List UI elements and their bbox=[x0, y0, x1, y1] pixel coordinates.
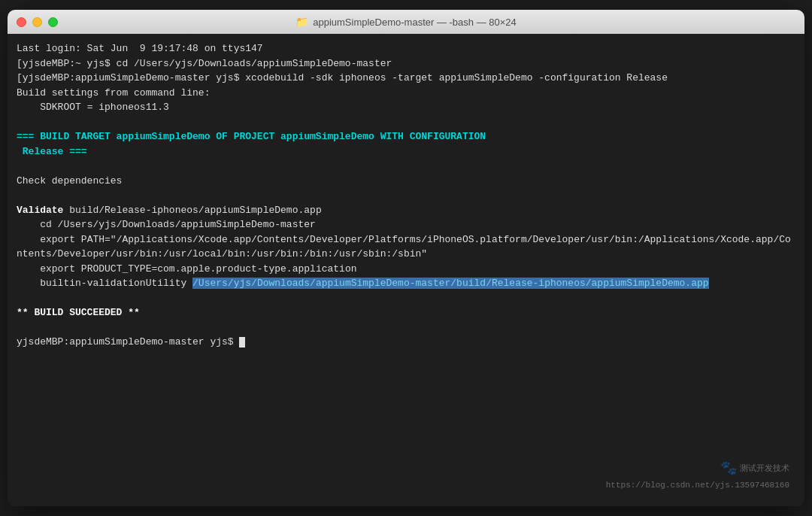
builtin-path: /Users/yjs/Downloads/appiumSimpleDemo-ma… bbox=[192, 278, 709, 289]
line-11 bbox=[17, 188, 795, 203]
line-16: builtin-validationUtility /Users/yjs/Dow… bbox=[17, 276, 795, 291]
close-button[interactable] bbox=[17, 17, 26, 27]
line-14: export PATH="/Applications/Xcode.app/Con… bbox=[17, 232, 795, 262]
line-17 bbox=[17, 291, 795, 306]
validate-keyword: Validate bbox=[17, 205, 63, 216]
line-8: Release === bbox=[17, 144, 795, 159]
line-20: yjsdeMBP:appiumSimpleDemo-master yjs$ bbox=[17, 335, 795, 350]
watermark: 🐾 测试开发技术 https://blog.csdn.net/yjs.13597… bbox=[606, 459, 789, 492]
terminal-window: 📁 appiumSimpleDemo-master — -bash — 80×2… bbox=[8, 10, 804, 506]
line-19 bbox=[17, 320, 795, 335]
line-15: export PRODUCT_TYPE=com.apple.product-ty… bbox=[17, 262, 795, 277]
titlebar: 📁 appiumSimpleDemo-master — -bash — 80×2… bbox=[8, 10, 804, 34]
line-2: [yjsdeMBP:~ yjs$ cd /Users/yjs/Downloads… bbox=[17, 56, 795, 71]
folder-icon: 📁 bbox=[295, 16, 308, 28]
builtin-prefix: builtin-validationUtility bbox=[17, 278, 192, 289]
line-10: Check dependencies bbox=[17, 174, 795, 189]
cursor bbox=[239, 337, 245, 348]
line-6 bbox=[17, 115, 795, 130]
watermark-label: 测试开发技术 bbox=[740, 463, 789, 475]
line-4: Build settings from command line: bbox=[17, 86, 795, 101]
watermark-icon: 🐾 bbox=[720, 459, 737, 479]
maximize-button[interactable] bbox=[48, 17, 58, 27]
line-5: SDKROOT = iphoneos11.3 bbox=[17, 100, 795, 115]
line-12: Validate build/Release-iphoneos/appiumSi… bbox=[17, 203, 795, 218]
window-title: 📁 appiumSimpleDemo-master — -bash — 80×2… bbox=[295, 16, 517, 28]
line-9 bbox=[17, 159, 795, 174]
terminal-body[interactable]: Last login: Sat Jun 9 19:17:48 on ttys14… bbox=[8, 34, 804, 506]
line-1: Last login: Sat Jun 9 19:17:48 on ttys14… bbox=[17, 41, 795, 56]
validate-path: build/Release-iphoneos/appiumSimpleDemo.… bbox=[63, 205, 321, 216]
line-3: [yjsdeMBP:appiumSimpleDemo-master yjs$ x… bbox=[17, 71, 795, 86]
watermark-site: https://blog.csdn.net/yjs.13597468160 bbox=[606, 479, 789, 492]
line-13: cd /Users/yjs/Downloads/appiumSimpleDemo… bbox=[17, 217, 795, 232]
line-18: ** BUILD SUCCEEDED ** bbox=[17, 305, 795, 320]
line-7: === BUILD TARGET appiumSimpleDemo OF PRO… bbox=[17, 129, 795, 144]
minimize-button[interactable] bbox=[32, 17, 42, 27]
